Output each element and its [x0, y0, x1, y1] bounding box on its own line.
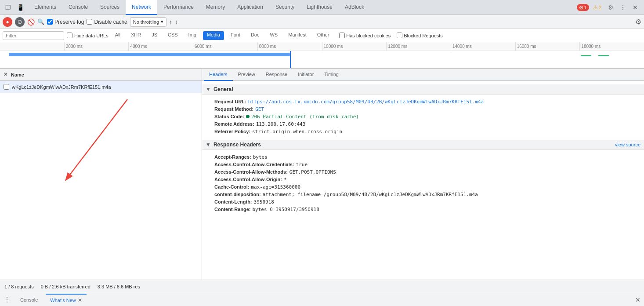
request-list-header: ✕ Name — [0, 69, 202, 81]
close-drawer-icon[interactable]: ✕ — [635, 296, 640, 303]
filter-js[interactable]: JS — [148, 31, 161, 40]
general-section-header[interactable]: ▼ General — [202, 84, 644, 95]
filter-all[interactable]: All — [111, 31, 124, 40]
filter-manifest[interactable]: Manifest — [284, 31, 311, 40]
preserve-log-label[interactable]: Preserve log — [47, 19, 84, 25]
timeline-green-2 — [598, 55, 609, 56]
request-item-checkbox[interactable] — [4, 84, 9, 90]
blocked-requests-label[interactable]: Blocked Requests — [397, 33, 443, 38]
response-headers-section-header[interactable]: ▼ Response Headers view source — [202, 140, 644, 150]
timeline-ruler: 2000 ms 4000 ms 6000 ms 8000 ms 10000 ms… — [0, 42, 644, 51]
throttle-select[interactable]: No throttling ▾ — [130, 17, 166, 27]
has-blocked-cookies-checkbox[interactable] — [339, 33, 345, 38]
filter-img[interactable]: Img — [185, 31, 200, 40]
general-section-body: Request URL: https://aod.cos.tx.xmcdn.co… — [207, 97, 639, 140]
tab-performance[interactable]: Performance — [157, 0, 200, 15]
export-har-button[interactable]: ↓ — [175, 18, 178, 26]
error-icon: ⊗ — [579, 4, 583, 11]
error-badge[interactable]: ⊗ 1 — [577, 4, 589, 11]
filter-css[interactable]: CSS — [164, 31, 182, 40]
ruler-mark-5: 10000 ms — [322, 42, 387, 51]
drawer-tab-console[interactable]: Console — [16, 294, 42, 306]
detail-tab-headers[interactable]: Headers — [204, 69, 233, 81]
clear-button[interactable]: 🚫 — [27, 18, 35, 26]
search-button[interactable]: 🔍 — [37, 18, 44, 25]
drawer-menu-icon[interactable]: ⋮ — [4, 295, 11, 304]
more-menu-icon[interactable]: ⋮ — [618, 2, 628, 13]
disable-cache-label[interactable]: Disable cache — [87, 19, 127, 25]
timeline-playhead — [290, 51, 291, 69]
detail-tab-timing[interactable]: Timing — [319, 69, 344, 81]
close-devtools-icon[interactable]: ✕ — [630, 2, 640, 13]
preserve-log-checkbox[interactable] — [47, 19, 53, 25]
request-list: ✕ Name wKgLc1zJeDKgmWlwADxJRm7KRfE151.m4… — [0, 69, 202, 293]
close-panel-button[interactable]: ✕ — [4, 72, 7, 77]
disable-cache-checkbox[interactable] — [87, 19, 92, 25]
hide-data-urls-label[interactable]: Hide data URLs — [67, 33, 109, 38]
network-toolbar: ● ∅ 🚫 🔍 Preserve log Disable cache No th… — [0, 15, 644, 29]
response-headers-body: Accept-Ranges: bytes Access-Control-Allo… — [207, 153, 639, 218]
filter-other[interactable]: Other — [313, 31, 333, 40]
svg-line-1 — [70, 99, 127, 174]
response-headers-toggle-icon: ▼ — [206, 142, 211, 148]
filter-xhr[interactable]: XHR — [127, 31, 145, 40]
response-header-accept-ranges: Accept-Ranges: bytes — [214, 154, 632, 160]
tab-adblock[interactable]: AdBlock — [339, 0, 370, 15]
ruler-mark-8: 16000 ms — [515, 42, 580, 51]
transferred-size: 0 B / 2.6 kB transferred — [41, 284, 90, 289]
status-code-row: Status Code: 206 Partial Content (from d… — [214, 114, 632, 120]
has-blocked-cookies-label[interactable]: Has blocked cookies — [339, 33, 391, 38]
main-area: ✕ Name wKgLc1zJeDKgmWlwADxJRm7KRfE151.m4… — [0, 69, 644, 293]
referrer-policy-row: Referrer Policy: strict-origin-when-cros… — [214, 129, 632, 135]
filter-row: Hide data URLs All XHR JS CSS Img Media … — [0, 29, 644, 42]
annotation-arrow — [62, 95, 136, 183]
ruler-mark-7: 14000 ms — [451, 42, 515, 51]
response-header-allow-credentials: Access-Control-Allow-Credentials: true — [214, 162, 632, 168]
response-header-content-length: Content-Length: 3950918 — [214, 199, 632, 205]
tab-elements[interactable]: Elements — [28, 0, 62, 15]
detail-tabs: Headers Preview Response Initiator Timin… — [202, 69, 644, 81]
general-toggle-icon: ▼ — [206, 86, 211, 92]
tab-security[interactable]: Security — [269, 0, 300, 15]
filter-font[interactable]: Font — [227, 31, 244, 40]
tab-console[interactable]: Console — [62, 0, 94, 15]
stop-button[interactable]: ∅ — [15, 17, 25, 27]
devtools-left-icons: ❐ 📱 — [0, 2, 28, 13]
response-header-allow-origin: Access-Control-Allow-Origin: * — [214, 177, 632, 182]
filter-doc[interactable]: Doc — [247, 31, 264, 40]
detail-tab-response[interactable]: Response — [260, 69, 293, 81]
filter-media[interactable]: Media — [203, 31, 224, 40]
status-bar: 1 / 8 requests 0 B / 2.6 kB transferred … — [0, 280, 644, 293]
filter-input[interactable] — [3, 31, 64, 40]
device-toggle-icon[interactable]: 📱 — [15, 2, 25, 13]
undock-icon[interactable]: ❐ — [3, 2, 13, 13]
tab-network[interactable]: Network — [126, 0, 157, 15]
view-source-link[interactable]: view source — [615, 142, 640, 147]
warn-badge[interactable]: ⚠ 2 — [591, 4, 604, 11]
warn-icon: ⚠ — [593, 4, 598, 11]
drawer-close-icon[interactable]: ✕ — [78, 297, 82, 303]
record-button[interactable]: ● — [3, 17, 12, 27]
tab-memory[interactable]: Memory — [200, 0, 231, 15]
drawer-close-all[interactable]: ✕ — [635, 296, 640, 303]
request-item[interactable]: wKgLc1zJeDKgmWlwADxJRm7KRfE151.m4a — [0, 81, 202, 93]
timeline[interactable]: 2000 ms 4000 ms 6000 ms 8000 ms 10000 ms… — [0, 42, 644, 69]
drawer-tab-whats-new[interactable]: What's New ✕ — [46, 294, 86, 306]
tab-application[interactable]: Application — [231, 0, 269, 15]
ruler-mark-9: 18000 ms — [579, 42, 644, 51]
response-header-content-disposition: content-disposition: attachment; filenam… — [214, 192, 632, 197]
ruler-mark-3: 6000 ms — [193, 42, 257, 51]
detail-tab-initiator[interactable]: Initiator — [293, 69, 319, 81]
blocked-requests-checkbox[interactable] — [397, 33, 402, 38]
remote-address-row: Remote Address: 113.200.17.60:443 — [214, 121, 632, 127]
detail-content: ▼ General Request URL: https://aod.cos.t… — [202, 81, 644, 293]
tab-sources[interactable]: Sources — [94, 0, 126, 15]
import-har-button[interactable]: ↑ — [169, 18, 172, 26]
detail-tab-preview[interactable]: Preview — [233, 69, 260, 81]
hide-data-urls-checkbox[interactable] — [67, 33, 72, 38]
network-settings-icon[interactable]: ⚙ — [635, 18, 641, 26]
ruler-mark-4: 8000 ms — [257, 42, 322, 51]
tab-lighthouse[interactable]: Lighthouse — [300, 0, 339, 15]
settings-icon[interactable]: ⚙ — [605, 2, 616, 13]
filter-ws[interactable]: WS — [266, 31, 282, 40]
